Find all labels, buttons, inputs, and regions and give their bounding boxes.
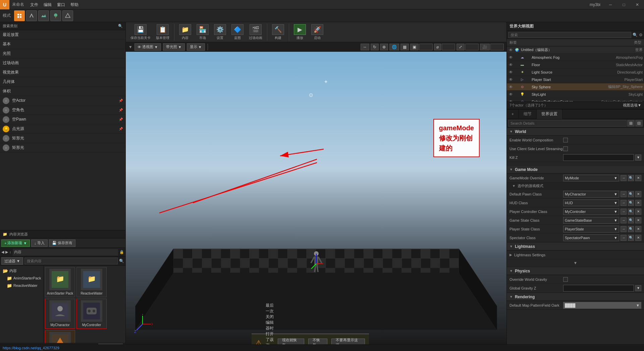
content-item-reactivewater[interactable]: 📁 ReactiveWater — [76, 267, 107, 297]
pin-icon-2[interactable]: 📌 — [119, 118, 123, 121]
perspective-btn[interactable]: 👁 透视图 ▼ — [135, 43, 161, 51]
section-lightmass-header[interactable]: ▼ Lightmass — [507, 243, 644, 251]
section-physics-header[interactable]: ▼ Physics — [507, 267, 644, 275]
toolbar-play[interactable]: ▶ 播放 — [292, 24, 308, 40]
player-state-dropdown[interactable]: PlayerState ▼ — [563, 226, 619, 232]
hud-search[interactable]: 🔍 — [628, 200, 634, 206]
hud-class-dropdown[interactable]: HUD ▼ — [563, 200, 619, 206]
details-layout-btn[interactable]: ⊞ — [627, 120, 635, 127]
lightmass-settings-expand[interactable]: ▶ Lightmass Settings — [509, 253, 545, 257]
spectator-dropdown[interactable]: SpectatorPawn ▼ — [563, 234, 619, 241]
outliner-row-1[interactable]: 👁 ☁ Atmospheric Fog AtmosphericFog — [507, 54, 644, 61]
toolbar-launch[interactable]: 🚀 启动 — [309, 24, 325, 40]
section-world-header[interactable]: ▼ World — [507, 128, 644, 136]
toolbar-save[interactable]: 💾 保存当前关卡 — [128, 24, 153, 40]
outliner-row-6[interactable]: 👁 💡 SkyLight SkyLight — [507, 91, 644, 98]
vis-icon-3[interactable]: 👁 — [508, 70, 514, 75]
camera-speed-value[interactable]: 4 — [490, 44, 504, 50]
toolbar-market[interactable]: 🏪 市场 — [195, 24, 211, 40]
menu-help[interactable]: 帮助 — [68, 0, 81, 9]
player-controller-dropdown[interactable]: MyController ▼ — [563, 208, 619, 215]
world-icon[interactable]: 🌐 — [389, 44, 399, 50]
category-recent[interactable]: 最近放置 — [0, 30, 125, 40]
mode-landscape[interactable] — [38, 10, 49, 21]
scale-icon[interactable]: ⊕ — [380, 44, 388, 50]
details-tab-details[interactable]: 细节 — [519, 109, 537, 119]
toolbar-settings[interactable]: ⚙️ 设置 — [212, 24, 228, 40]
actor-item-5[interactable]: ○ 矩形光 — [0, 143, 125, 152]
kill-z-input[interactable]: -1048575.0 — [563, 154, 634, 161]
spec-search[interactable]: 🔍 — [628, 235, 634, 241]
mode-mesh[interactable] — [62, 10, 73, 21]
outliner-view-options[interactable]: 视图选项▼ — [623, 103, 641, 108]
mode-foliage[interactable] — [50, 10, 61, 21]
angle-snap-icon[interactable]: ⌀ — [434, 44, 441, 50]
scale-snap-value[interactable]: 0.25 — [465, 44, 479, 50]
category-search-btn[interactable]: 🔍 — [118, 24, 123, 28]
outliner-row-5[interactable]: 👁 ⊙ Sky Sphere 编辑BP_Sky_Sphere — [507, 83, 644, 91]
ps-clear[interactable]: ✕ — [635, 226, 641, 232]
vis-icon-1[interactable]: 👁 — [508, 55, 514, 60]
hud-nav[interactable]: → — [621, 200, 627, 206]
vis-icon-6[interactable]: 👁 — [508, 92, 514, 97]
default-map-dropdown[interactable]: ████ ▼ — [563, 302, 641, 309]
outliner-options-btn[interactable]: ⚙ — [639, 33, 643, 37]
client-side-checkbox[interactable] — [563, 146, 568, 151]
details-tab-btn[interactable]: + — [507, 109, 519, 119]
minimize-button[interactable]: ─ — [604, 0, 617, 9]
details-tab-world[interactable]: 世界设置 — [537, 109, 562, 119]
pc-search[interactable]: 🔍 — [628, 209, 634, 215]
cb-back-btn[interactable]: ◀ — [1, 250, 4, 254]
category-cinematics[interactable]: 过场动画 — [0, 58, 125, 68]
gs-search[interactable]: 🔍 — [628, 217, 634, 223]
vis-icon-4[interactable]: 👁 — [508, 77, 514, 82]
cb-search-icon[interactable]: 🔍 — [119, 259, 124, 263]
details-filter-btn[interactable]: ⊟ — [635, 120, 643, 127]
vis-icon-5[interactable]: 👁 — [508, 84, 514, 90]
toolbar-content[interactable]: 📁 内容 — [177, 24, 193, 40]
kill-z-expand-btn[interactable]: ▼ — [635, 155, 641, 161]
content-item-mycharactor[interactable]: MyCharactor — [45, 299, 75, 329]
cb-lock-btn[interactable]: 🔒 — [119, 250, 124, 254]
actor-item-3[interactable]: 💡 点光源 📌 — [0, 124, 125, 134]
folder-animstarter[interactable]: 📁 AnimStarterPack — [1, 274, 42, 282]
pin-icon-1[interactable]: 📌 — [119, 108, 123, 112]
content-item-mycontroller[interactable]: MyController — [76, 299, 107, 329]
pc-nav[interactable]: → — [621, 209, 627, 215]
vis-icon-0[interactable]: 👁 — [508, 47, 514, 53]
actor-item-2[interactable]: ○ 空Pawn 📌 — [0, 115, 125, 124]
outliner-row-4[interactable]: 👁 ▷ Player Start PlayerStart — [507, 76, 644, 83]
spec-nav[interactable]: → — [621, 235, 627, 241]
enable-world-comp-checkbox[interactable] — [563, 138, 568, 142]
outliner-search-input[interactable] — [508, 32, 631, 38]
vis-icon-2[interactable]: 👁 — [508, 62, 514, 68]
gamemode-nav-btn[interactable]: → — [621, 175, 627, 181]
vp-perspective-arrow[interactable]: ▼ — [128, 45, 132, 49]
folder-reactivewater[interactable]: 📁 ReactiveWater — [1, 282, 42, 289]
folder-content[interactable]: 📂 内容 — [1, 267, 42, 274]
toolbar-version[interactable]: 📋 版本管理 — [154, 24, 171, 40]
cb-forward-btn[interactable]: ▶ — [5, 250, 8, 254]
mode-paint[interactable] — [26, 10, 37, 21]
camera-speed-icon[interactable]: 🎥 — [480, 44, 490, 50]
gamemode-clear-btn[interactable]: ✕ — [635, 175, 641, 181]
gs-clear[interactable]: ✕ — [635, 217, 641, 223]
section-game-mode-header[interactable]: ▼ Game Mode — [507, 166, 644, 174]
surface-icon[interactable]: ▦ — [400, 44, 409, 50]
angle-snap-value[interactable]: 10° — [442, 44, 455, 50]
close-button[interactable]: ✕ — [631, 0, 644, 9]
status-url[interactable]: https://blog.csdn.net/qq_42677329 — [3, 346, 59, 350]
actor-item-1[interactable]: ○ 空角色 📌 — [0, 105, 125, 115]
save-all-button[interactable]: 💾 保存所有 — [49, 239, 75, 247]
add-new-button[interactable]: + 添加新项 ▼ — [1, 239, 30, 247]
default-pawn-dropdown[interactable]: MyCharactor ▼ — [563, 191, 619, 198]
grid-snap-icon[interactable]: ▣ — [410, 44, 419, 50]
pin-icon-3[interactable]: 📌 — [119, 127, 123, 131]
category-basic[interactable]: 基本 — [0, 40, 125, 49]
toolbar-cinematics[interactable]: 🎬 过场动画 — [247, 24, 264, 40]
cb-up-btn[interactable]: ↑ — [9, 250, 11, 254]
toolbar-build[interactable]: 🔨 构建 — [270, 24, 286, 40]
pin-icon-0[interactable]: 📌 — [119, 99, 123, 102]
maximize-button[interactable]: □ — [617, 0, 631, 9]
override-gravity-checkbox[interactable] — [563, 277, 568, 282]
